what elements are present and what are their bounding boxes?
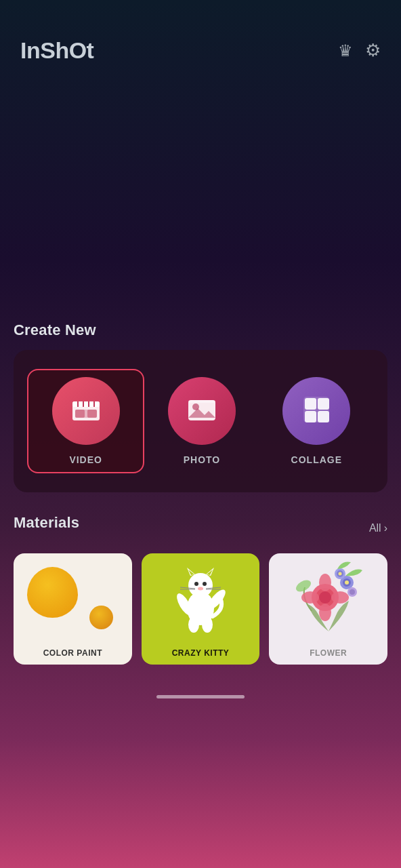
collage-circle bbox=[282, 377, 350, 445]
create-new-items: VIDEO PHOTO bbox=[27, 369, 374, 473]
create-item-collage[interactable]: COLLAGE bbox=[259, 370, 374, 472]
create-new-title: Create New bbox=[14, 321, 387, 339]
svg-point-26 bbox=[198, 587, 203, 590]
svg-point-39 bbox=[319, 574, 331, 591]
home-indicator bbox=[156, 695, 245, 698]
header: InShOt bbox=[0, 0, 401, 77]
svg-point-48 bbox=[338, 572, 341, 576]
header-icons bbox=[338, 40, 381, 61]
create-item-video[interactable]: VIDEO bbox=[27, 369, 144, 473]
svg-rect-16 bbox=[305, 411, 316, 422]
svg-point-45 bbox=[345, 580, 349, 585]
svg-point-19 bbox=[188, 573, 213, 597]
svg-rect-17 bbox=[318, 411, 329, 422]
svg-point-34 bbox=[202, 616, 213, 633]
material-card-flower[interactable]: FLOWER bbox=[269, 553, 387, 665]
crown-icon[interactable] bbox=[338, 40, 353, 61]
create-item-photo[interactable]: PHOTO bbox=[144, 370, 259, 472]
create-new-card: VIDEO PHOTO bbox=[14, 350, 387, 492]
svg-point-40 bbox=[319, 604, 331, 621]
color-paint-label: COLOR PAINT bbox=[38, 642, 108, 665]
all-materials-link[interactable]: All › bbox=[369, 522, 387, 534]
crazy-kitty-label: CRAZY KITTY bbox=[167, 642, 235, 665]
svg-point-41 bbox=[301, 591, 319, 604]
video-label: VIDEO bbox=[69, 454, 102, 465]
paint-blob-large bbox=[27, 567, 78, 618]
materials-header: Materials All › bbox=[14, 514, 387, 542]
svg-rect-1 bbox=[72, 401, 100, 407]
collage-label: COLLAGE bbox=[291, 454, 342, 465]
bottom-bar bbox=[0, 685, 401, 709]
svg-point-38 bbox=[319, 591, 331, 604]
svg-rect-14 bbox=[305, 398, 316, 410]
video-circle bbox=[52, 377, 120, 445]
svg-point-33 bbox=[188, 616, 199, 633]
svg-rect-15 bbox=[318, 398, 329, 410]
svg-point-25 bbox=[203, 582, 207, 586]
materials-grid: COLOR PAINT bbox=[14, 553, 387, 665]
photo-circle bbox=[168, 377, 236, 445]
app-logo: InShOt bbox=[20, 37, 93, 64]
materials-title: Materials bbox=[14, 514, 79, 532]
photo-label: PHOTO bbox=[184, 454, 221, 465]
svg-rect-12 bbox=[188, 400, 215, 403]
material-card-crazy-kitty[interactable]: CRAZY KITTY bbox=[142, 553, 260, 665]
flower-image bbox=[269, 553, 387, 642]
svg-point-42 bbox=[331, 591, 349, 604]
svg-rect-7 bbox=[75, 410, 85, 418]
paint-blob-small bbox=[89, 606, 113, 629]
main-content: Create New bbox=[0, 321, 401, 665]
cat-icon bbox=[173, 562, 228, 633]
flower-label: FLOWER bbox=[304, 642, 352, 665]
video-icon bbox=[68, 392, 104, 430]
crazy-kitty-image bbox=[142, 553, 260, 642]
svg-rect-8 bbox=[87, 410, 97, 418]
photo-icon bbox=[184, 392, 219, 430]
settings-icon[interactable] bbox=[365, 40, 381, 61]
material-card-color-paint[interactable]: COLOR PAINT bbox=[14, 553, 132, 665]
color-paint-image bbox=[14, 553, 132, 642]
svg-point-24 bbox=[194, 582, 198, 586]
collage-icon bbox=[299, 392, 334, 430]
svg-point-50 bbox=[350, 589, 355, 595]
flower-icon bbox=[291, 557, 366, 638]
